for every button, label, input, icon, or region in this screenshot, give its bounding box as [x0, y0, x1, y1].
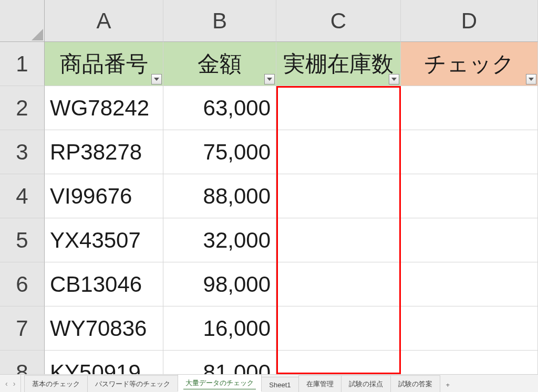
- col-header-C[interactable]: C: [276, 0, 401, 42]
- header-cell-amount[interactable]: 金額: [163, 42, 276, 86]
- cell-D3[interactable]: [401, 130, 538, 174]
- header-label: 金額: [198, 49, 242, 79]
- tab-nav-next[interactable]: ›: [13, 379, 16, 388]
- cell-C5[interactable]: [276, 218, 401, 262]
- chevron-down-icon: [267, 78, 272, 81]
- sheet-tab-exam-answers[interactable]: 試験の答案: [390, 375, 440, 392]
- row-header-3[interactable]: 3: [0, 130, 45, 174]
- header-label: 実棚在庫数: [283, 49, 394, 79]
- sheet-tab-bar: ‹ › 基本のチェック パスワード等のチェック 大量データのチェック Sheet…: [0, 374, 538, 392]
- cell-D6[interactable]: [401, 262, 538, 306]
- cell-D4[interactable]: [401, 174, 538, 218]
- chevron-down-icon: [391, 78, 397, 81]
- add-sheet-button[interactable]: +: [440, 378, 457, 392]
- cell-C7[interactable]: [276, 306, 401, 351]
- svg-marker-3: [391, 78, 397, 81]
- chevron-down-icon: [154, 78, 159, 81]
- cell-C4[interactable]: [276, 174, 401, 218]
- chevron-down-icon: [529, 78, 534, 81]
- cell-B5[interactable]: 32,000: [163, 218, 276, 262]
- svg-marker-0: [32, 29, 43, 40]
- sheet-tab-bulk-data-check[interactable]: 大量データのチェック: [178, 374, 262, 392]
- sheet-tab-password-check[interactable]: パスワード等のチェック: [87, 375, 178, 392]
- filter-button-D[interactable]: [526, 74, 536, 84]
- cell-A3[interactable]: RP38278: [45, 130, 163, 174]
- col-header-D[interactable]: D: [401, 0, 538, 42]
- sheet-tab-basic-check[interactable]: 基本のチェック: [24, 375, 88, 392]
- row-header-2[interactable]: 2: [0, 86, 45, 130]
- svg-marker-2: [267, 78, 272, 81]
- cell-B6[interactable]: 98,000: [163, 262, 276, 306]
- tab-nav-buttons: ‹ ›: [0, 375, 21, 392]
- header-label: 商品番号: [60, 49, 148, 79]
- row-header-1[interactable]: 1: [0, 42, 45, 86]
- cell-A2[interactable]: WG78242: [45, 86, 163, 130]
- cell-B3[interactable]: 75,000: [163, 130, 276, 174]
- cell-C2[interactable]: [276, 86, 401, 130]
- cell-B4[interactable]: 88,000: [163, 174, 276, 218]
- sheet-tab-exam-scoring[interactable]: 試験の採点: [341, 375, 391, 392]
- cell-A4[interactable]: VI99676: [45, 174, 163, 218]
- tab-nav-prev[interactable]: ‹: [5, 379, 8, 388]
- cell-D7[interactable]: [401, 306, 538, 351]
- sheet-tab-sheet1[interactable]: Sheet1: [261, 377, 298, 392]
- header-cell-check[interactable]: チェック: [401, 42, 538, 86]
- header-cell-stock-count[interactable]: 実棚在庫数: [276, 42, 401, 86]
- cell-A5[interactable]: YX43507: [45, 218, 163, 262]
- col-header-A[interactable]: A: [45, 0, 163, 42]
- row-header-4[interactable]: 4: [0, 174, 45, 218]
- header-label: チェック: [424, 49, 514, 79]
- svg-marker-4: [529, 78, 534, 81]
- cell-D5[interactable]: [401, 218, 538, 262]
- col-header-B[interactable]: B: [163, 0, 276, 42]
- cell-B7[interactable]: 16,000: [163, 306, 276, 351]
- filter-button-A[interactable]: [151, 74, 162, 84]
- cell-B2[interactable]: 63,000: [163, 86, 276, 130]
- spreadsheet-grid: A B C D 1 商品番号 金額 実棚在庫数 チェック 2 WG78242 6…: [0, 0, 538, 374]
- filter-button-C[interactable]: [389, 74, 399, 84]
- cell-D2[interactable]: [401, 86, 538, 130]
- row-header-6[interactable]: 6: [0, 262, 45, 306]
- cell-C6[interactable]: [276, 262, 401, 306]
- svg-marker-1: [154, 78, 159, 81]
- plus-icon: +: [446, 381, 450, 389]
- select-all-corner[interactable]: [0, 0, 45, 42]
- sheet-tabs: 基本のチェック パスワード等のチェック 大量データのチェック Sheet1 在庫…: [21, 375, 456, 392]
- header-cell-product-number[interactable]: 商品番号: [45, 42, 163, 86]
- sheet-tab-inventory[interactable]: 在庫管理: [298, 375, 342, 392]
- cell-C3[interactable]: [276, 130, 401, 174]
- row-header-5[interactable]: 5: [0, 218, 45, 262]
- cell-A6[interactable]: CB13046: [45, 262, 163, 306]
- filter-button-B[interactable]: [264, 74, 275, 84]
- row-header-7[interactable]: 7: [0, 306, 45, 351]
- cell-A7[interactable]: WY70836: [45, 306, 163, 351]
